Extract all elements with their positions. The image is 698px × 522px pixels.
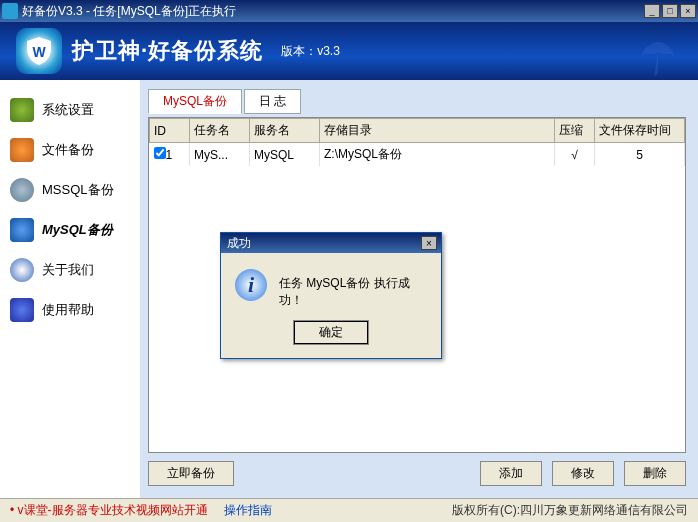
app-version: 版本：v3.3 [281,43,340,60]
file-icon [10,138,34,162]
status-bar: • v课堂-服务器专业技术视频网站开通 操作指南 版权所有(C):四川万象更新网… [0,498,698,522]
sidebar-item-label: 系统设置 [42,101,94,119]
tab-log[interactable]: 日 志 [244,89,301,114]
svg-text:W: W [32,44,46,60]
cell-retention: 5 [595,143,685,167]
app-icon [2,3,18,19]
dialog-titlebar: 成功 × [221,233,441,253]
sidebar-item-mssql-backup[interactable]: MSSQL备份 [0,170,140,210]
database-icon [10,178,34,202]
maximize-button[interactable]: □ [662,4,678,18]
sidebar-item-settings[interactable]: 系统设置 [0,90,140,130]
row-checkbox[interactable] [154,147,166,159]
sidebar-item-label: 使用帮助 [42,301,94,319]
cell-compress: √ [555,143,595,167]
minimize-button[interactable]: _ [644,4,660,18]
footer-link-vclass[interactable]: • v课堂-服务器专业技术视频网站开通 [10,502,208,519]
sidebar-item-label: MySQL备份 [42,221,113,239]
umbrella-icon [638,38,678,78]
window-title: 好备份V3.3 - 任务[MySQL备份]正在执行 [22,3,644,20]
col-compress[interactable]: 压缩 [555,119,595,143]
tab-bar: MySQL备份 日 志 [148,88,686,113]
window-titlebar: 好备份V3.3 - 任务[MySQL备份]正在执行 _ □ × [0,0,698,22]
app-header: W 护卫神·好备份系统 版本：v3.3 [0,22,698,80]
close-button[interactable]: × [680,4,696,18]
sidebar: 系统设置 文件备份 MSSQL备份 MySQL备份 关于我们 使用帮助 [0,80,140,498]
about-icon [10,258,34,282]
cell-id: 1 [166,148,173,162]
col-retention[interactable]: 文件保存时间 [595,119,685,143]
sidebar-item-label: 文件备份 [42,141,94,159]
cell-storage: Z:\MySQL备份 [320,143,555,167]
delete-button[interactable]: 删除 [624,461,686,486]
add-button[interactable]: 添加 [480,461,542,486]
cell-task: MyS... [190,143,250,167]
dialog-ok-button[interactable]: 确定 [294,321,368,344]
gear-icon [10,98,34,122]
dolphin-icon [10,218,34,242]
sidebar-item-help[interactable]: 使用帮助 [0,290,140,330]
col-storage[interactable]: 存储目录 [320,119,555,143]
dialog-message: 任务 MySQL备份 执行成功！ [279,269,427,309]
app-title: 护卫神·好备份系统 [72,36,263,66]
backup-now-button[interactable]: 立即备份 [148,461,234,486]
table-row[interactable]: 1 MyS... MySQL Z:\MySQL备份 √ 5 [150,143,685,167]
success-dialog: 成功 × i 任务 MySQL备份 执行成功！ 确定 [220,232,442,359]
tab-mysql-backup[interactable]: MySQL备份 [148,89,242,114]
sidebar-item-label: 关于我们 [42,261,94,279]
sidebar-item-about[interactable]: 关于我们 [0,250,140,290]
sidebar-item-file-backup[interactable]: 文件备份 [0,130,140,170]
book-icon [10,298,34,322]
col-id[interactable]: ID [150,119,190,143]
col-service[interactable]: 服务名 [250,119,320,143]
sidebar-item-mysql-backup[interactable]: MySQL备份 [0,210,140,250]
dialog-title: 成功 [227,235,251,252]
cell-service: MySQL [250,143,320,167]
info-icon: i [235,269,267,301]
footer-link-guide[interactable]: 操作指南 [224,502,272,519]
dialog-close-button[interactable]: × [421,236,437,250]
col-task[interactable]: 任务名 [190,119,250,143]
footer-copyright: 版权所有(C):四川万象更新网络通信有限公司 [452,502,688,519]
app-logo: W [16,28,62,74]
edit-button[interactable]: 修改 [552,461,614,486]
sidebar-item-label: MSSQL备份 [42,181,114,199]
